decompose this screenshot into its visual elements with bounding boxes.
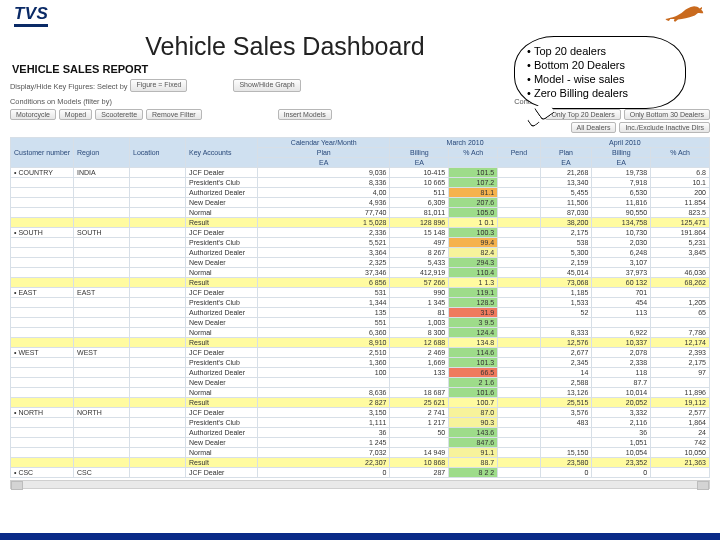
value-cell: 2,325 — [258, 258, 390, 268]
dim-cell — [11, 438, 74, 448]
value-cell: 1,533 — [540, 298, 592, 308]
value-cell — [498, 458, 541, 468]
dim-cell — [74, 268, 130, 278]
horizontal-scrollbar[interactable] — [10, 480, 710, 489]
value-cell: 11,816 — [592, 198, 651, 208]
value-cell: 99.4 — [449, 238, 498, 248]
value-cell: 68,262 — [651, 278, 710, 288]
value-cell: 10-415 — [390, 168, 449, 178]
kf-fixed-button[interactable]: Figure = Fixed — [130, 79, 187, 92]
insert-models-button[interactable]: Insert Models — [278, 109, 332, 120]
all-dealers-button[interactable]: All Dealers — [571, 122, 617, 133]
features-callout: • Top 20 dealers • Bottom 20 Dealers • M… — [514, 36, 686, 109]
value-cell: 14 — [540, 368, 592, 378]
value-cell: 1 245 — [258, 438, 390, 448]
value-cell: 133 — [390, 368, 449, 378]
value-cell — [498, 368, 541, 378]
callout-line: Zero Billing dealers — [534, 87, 628, 99]
value-cell: 37,973 — [592, 268, 651, 278]
kf-label: Display/Hide Key Figures: Select by — [10, 82, 127, 91]
value-cell: 294.3 — [449, 258, 498, 268]
value-cell: 3,150 — [258, 408, 390, 418]
table-row: Result8,91012 688134.812,57610,33712,174 — [11, 338, 710, 348]
value-cell: 2 1.6 — [449, 378, 498, 388]
dim-cell — [11, 388, 74, 398]
value-cell: 1 345 — [390, 298, 449, 308]
value-cell: 10,730 — [592, 228, 651, 238]
callout-line: Bottom 20 Dealers — [534, 59, 625, 71]
dim-cell — [130, 448, 186, 458]
value-cell — [498, 188, 541, 198]
value-cell: 14 949 — [390, 448, 449, 458]
value-cell: 65 — [651, 308, 710, 318]
horse-icon — [664, 3, 706, 25]
value-cell: 823.5 — [651, 208, 710, 218]
table-row: Authorized Dealer1358131.95211365 — [11, 308, 710, 318]
dim-cell — [11, 308, 74, 318]
dim-cell — [74, 208, 130, 218]
dim-cell — [130, 388, 186, 398]
model-filter-button[interactable]: Scooterette — [95, 109, 143, 120]
value-cell: 1,003 — [390, 318, 449, 328]
table-row: President's Club1,1111 21790.34832,1161,… — [11, 418, 710, 428]
table-row: President's Club1,3601,669101.32,3452,33… — [11, 358, 710, 368]
dim-cell — [130, 238, 186, 248]
value-cell — [592, 318, 651, 328]
inactive-dealers-button[interactable]: Inc./Exclude Inactive Dlrs — [619, 122, 710, 133]
dim-cell: New Dealer — [186, 438, 258, 448]
value-cell: 25,515 — [540, 398, 592, 408]
value-cell: 412,919 — [390, 268, 449, 278]
value-cell: 100 — [258, 368, 390, 378]
table-row: • CSCCSCJCF Dealer02878 2 200 — [11, 468, 710, 478]
dim-cell — [74, 448, 130, 458]
value-cell: 23,580 — [540, 458, 592, 468]
value-cell: 3,364 — [258, 248, 390, 258]
dim-cell — [74, 258, 130, 268]
col-unit: EA — [390, 158, 449, 168]
dim-cell: Authorized Dealer — [186, 248, 258, 258]
table-head: Customer number Region Location Key Acco… — [11, 138, 710, 168]
value-cell — [651, 318, 710, 328]
value-cell: 20,052 — [592, 398, 651, 408]
value-cell: 0 — [258, 468, 390, 478]
col-location: Location — [130, 138, 186, 168]
model-filter-button[interactable]: Moped — [59, 109, 92, 120]
value-cell: 77,740 — [258, 208, 390, 218]
showhide-graph-button[interactable]: Show/Hide Graph — [233, 79, 300, 92]
brand-bar: TVS — [0, 0, 720, 28]
value-cell: 551 — [258, 318, 390, 328]
dim-cell: • NORTH — [11, 408, 74, 418]
dim-cell — [130, 248, 186, 258]
dim-cell — [74, 218, 130, 228]
value-cell — [498, 168, 541, 178]
table-row: Result22,30710 86888.723,58023,35221,363 — [11, 458, 710, 468]
value-cell: 10 868 — [390, 458, 449, 468]
value-cell: 50 — [390, 428, 449, 438]
value-cell: 135 — [258, 308, 390, 318]
value-cell: 5,300 — [540, 248, 592, 258]
value-cell: 2 469 — [390, 348, 449, 358]
dim-cell — [74, 328, 130, 338]
col-metric: % Ach — [449, 148, 498, 158]
dim-cell: Authorized Dealer — [186, 188, 258, 198]
value-cell: 4,00 — [258, 188, 390, 198]
value-cell: 101.6 — [449, 388, 498, 398]
value-cell: 6 856 — [258, 278, 390, 288]
dim-cell — [11, 268, 74, 278]
value-cell — [498, 428, 541, 438]
dim-cell — [130, 438, 186, 448]
dim-cell — [74, 388, 130, 398]
dealer-filter-button[interactable]: Only Top 20 Dealers — [545, 109, 620, 120]
value-cell: 36 — [592, 428, 651, 438]
value-cell: 207.6 — [449, 198, 498, 208]
value-cell: 1 0.1 — [449, 218, 498, 228]
value-cell: 22,307 — [258, 458, 390, 468]
model-filter-button[interactable]: Motorcycle — [10, 109, 56, 120]
value-cell — [498, 328, 541, 338]
dealer-filter-button[interactable]: Only Bottom 30 Dealers — [624, 109, 710, 120]
dim-cell — [130, 398, 186, 408]
value-cell: 2,345 — [540, 358, 592, 368]
dim-cell: Normal — [186, 328, 258, 338]
value-cell: 3,576 — [540, 408, 592, 418]
remove-filter-button[interactable]: Remove Filter — [146, 109, 202, 120]
